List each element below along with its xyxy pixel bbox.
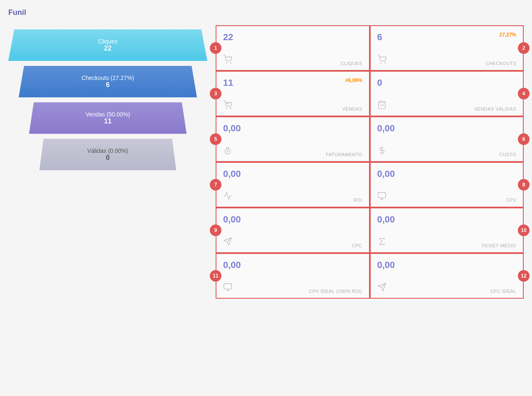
metric-card-top-1: 22 [223, 32, 362, 43]
svg-point-0 [226, 62, 227, 63]
metric-label-11: CPV IDEAL (100% ROI) [309, 289, 362, 294]
metric-card-10: 0,00 TICKET MÉDIO [370, 208, 524, 253]
funnel-step-3-value: 11 [104, 118, 112, 125]
metric-label-3: VENDAS [342, 106, 362, 111]
metric-label-12: CPC IDEAL [490, 289, 516, 294]
computer-icon [377, 191, 386, 203]
svg-rect-16 [224, 284, 231, 289]
funnel-step-2-title: Checkouts (27.27%) [82, 75, 134, 81]
metric-card-11: 0,00 CPV IDEAL (100% ROI) [216, 253, 370, 299]
metric-card-top-5: 0,00 [223, 123, 362, 134]
metric-card-bottom-1: CLIQUES [223, 55, 362, 66]
metric-label-2: CHECKOUTS [486, 61, 516, 66]
sigma-icon [377, 237, 386, 248]
metric-card-bottom-12: CPC IDEAL [377, 283, 517, 294]
funnel-step-checkouts[interactable]: Checkouts (27.27%) 6 [19, 66, 197, 97]
metric-label-5: FATURAMENTO [326, 152, 362, 157]
funnel-step-4-title: Válidas (0.00%) [87, 147, 129, 154]
metric-card-7: 0,00 ROI [216, 162, 370, 208]
metric-row-2: 3 11 #6,06% VENDAS 4 0 VENDAS VÁLIDAS [216, 71, 524, 116]
funnel-step-validas[interactable]: Válidas (0.00%) 0 [39, 139, 176, 170]
metric-card-2: 6 27,27% CHECKOUTS [370, 25, 524, 71]
metric-row-5: 9 0,00 CPC 10 0,00 TICKET MÉDIO [216, 208, 524, 253]
metric-value-10: 0,00 [377, 214, 395, 225]
metric-card-5: 0,00 FATURAMENTO [216, 116, 370, 162]
svg-point-4 [226, 108, 227, 109]
metric-label-7: ROI [353, 198, 362, 203]
metric-card-top-9: 0,00 [223, 214, 362, 225]
metric-card-top-8: 0,00 [377, 169, 517, 179]
chart-icon [223, 191, 232, 203]
metric-label-6: CUSTO [499, 152, 516, 157]
funnel-step-vendas[interactable]: Vendas (50.00%) 11 [29, 102, 187, 134]
cursor2-icon [377, 283, 386, 294]
metric-row-4: 7 0,00 ROI 8 0,00 CPV [216, 162, 524, 208]
metric-card-bottom-4: VENDAS VÁLIDAS [377, 100, 517, 111]
metric-label-8: CPV [506, 198, 516, 203]
badge-8: 8 [518, 179, 530, 191]
computer2-icon [223, 283, 232, 294]
cart-icon [223, 55, 232, 66]
metric-card-bottom-3: VENDAS [223, 100, 362, 111]
metric-value-12: 0,00 [377, 260, 395, 270]
cart-plus-icon [223, 100, 232, 111]
metric-card-bottom-11: CPV IDEAL (100% ROI) [223, 283, 362, 294]
funnel-step-2-value: 6 [106, 81, 110, 89]
metric-card-bottom-10: TICKET MÉDIO [377, 237, 517, 248]
metric-row-3: 5 0,00 FATURAMENTO 6 0,00 CUSTO [216, 116, 524, 162]
svg-rect-12 [378, 193, 385, 198]
metric-card-9: 0,00 CPC [216, 208, 370, 253]
badge-5: 5 [210, 133, 221, 145]
metrics-grid: 1 22 CLIQUES 2 6 27,27% CHECKOUTS 3 11 #… [216, 25, 524, 299]
badge-12: 12 [518, 270, 530, 282]
badge-7: 7 [210, 179, 221, 191]
badge-9: 9 [210, 225, 221, 236]
metric-row-6: 11 0,00 CPV IDEAL (100% ROI) 12 0,00 CPC… [216, 253, 524, 299]
metric-pct-2: 27,27% [499, 32, 516, 38]
badge-10: 10 [518, 225, 530, 236]
metric-value-5: 0,00 [223, 123, 241, 134]
metric-label-1: CLIQUES [341, 61, 362, 66]
funnel-step-3-title: Vendas (50.00%) [85, 111, 130, 118]
svg-point-2 [380, 62, 381, 63]
metric-label-4: VENDAS VÁLIDAS [474, 106, 516, 111]
metric-card-bottom-5: FATURAMENTO [223, 146, 362, 157]
badge-4: 4 [518, 88, 530, 99]
metric-card-12: 0,00 CPC IDEAL [370, 253, 524, 299]
page-title: Funil [8, 8, 524, 17]
metric-card-top-6: 0,00 [377, 123, 517, 134]
metric-pct-3: #6,06% [345, 77, 362, 83]
funnel-step-1-title: Cliques [98, 38, 118, 45]
metric-card-bottom-9: CPC [223, 237, 362, 248]
cursor-icon [223, 237, 232, 248]
metric-label-10: TICKET MÉDIO [481, 243, 516, 248]
metric-card-top-12: 0,00 [377, 260, 517, 270]
metric-card-top-11: 0,00 [223, 260, 362, 270]
funnel-step-cliques[interactable]: Cliques 22 [8, 29, 207, 61]
metric-value-1: 22 [223, 32, 233, 43]
metric-card-top-7: 0,00 [223, 169, 362, 179]
badge-1: 1 [210, 42, 221, 54]
cart2-icon [377, 55, 386, 66]
metric-value-4: 0 [377, 77, 382, 88]
badge-11: 11 [210, 270, 221, 282]
metric-card-bottom-6: CUSTO [377, 146, 517, 157]
badge-6: 6 [518, 133, 530, 145]
metric-card-bottom-8: CPV [377, 191, 517, 203]
metric-row-1: 1 22 CLIQUES 2 6 27,27% CHECKOUTS [216, 25, 524, 71]
metric-card-8: 0,00 CPV [370, 162, 524, 208]
metric-value-9: 0,00 [223, 214, 241, 225]
metric-card-top-2: 6 27,27% [377, 32, 517, 43]
funnel-step-4-value: 0 [106, 154, 110, 162]
bag-icon [377, 100, 386, 111]
metric-card-bottom-2: CHECKOUTS [377, 55, 517, 66]
metric-label-9: CPC [352, 243, 362, 248]
metric-card-top-10: 0,00 [377, 214, 517, 225]
svg-point-1 [230, 62, 231, 63]
metric-card-3: 11 #6,06% VENDAS [216, 71, 370, 116]
funnel-step-1-value: 22 [104, 45, 112, 52]
metric-card-top-4: 0 [377, 77, 517, 88]
metric-value-11: 0,00 [223, 260, 241, 270]
metric-card-6: 0,00 CUSTO [370, 116, 524, 162]
svg-point-3 [384, 62, 385, 63]
